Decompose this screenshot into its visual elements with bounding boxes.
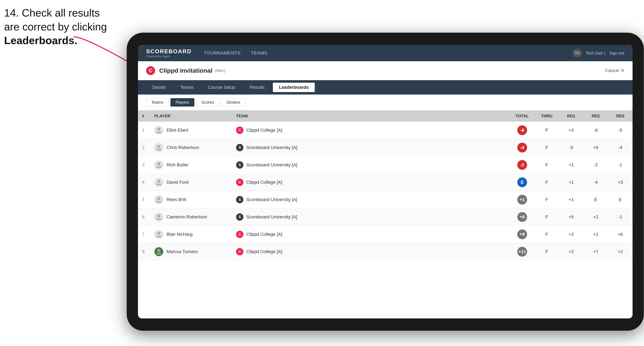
cell-thru: F	[534, 122, 559, 139]
tablet-screen: SCOREBOARD Powered by clippd TOURNAMENTS…	[138, 45, 632, 319]
filter-teams-button[interactable]: Teams	[146, 98, 168, 107]
cell-thru: F	[534, 139, 559, 156]
tab-leaderboards[interactable]: Leaderboards	[273, 83, 315, 92]
cell-rd1: +3	[559, 122, 584, 139]
cell-player: Marcus Turners	[150, 243, 232, 260]
svg-point-4	[157, 180, 160, 183]
nav-signout-button[interactable]: Sign out	[610, 51, 624, 55]
team-name: Clippd College [A]	[246, 128, 282, 133]
cell-rd1: +2	[559, 243, 584, 260]
cancel-button[interactable]: Cancel ✕	[605, 68, 624, 73]
svg-point-1	[157, 128, 160, 131]
cell-thru: F	[534, 226, 559, 243]
table-row: 4David FordCClippd College [A]EF+1-4+3	[138, 174, 632, 191]
nav-teams[interactable]: TEAMS	[251, 50, 268, 56]
cell-rank: 6	[138, 208, 150, 226]
table-row: 8Marcus TurnersCClippd College [A]+11F+2…	[138, 243, 632, 260]
cell-rank: 3	[138, 156, 150, 174]
cell-rd3: +6	[608, 226, 632, 243]
nav-bar: SCOREBOARD Powered by clippd TOURNAMENTS…	[138, 45, 632, 61]
col-team: TEAM	[232, 110, 510, 122]
team-name: Clippd College [A]	[246, 249, 282, 254]
cell-team: CClippd College [A]	[232, 122, 510, 139]
cell-rd1: +1	[559, 191, 584, 208]
team-name: Clippd College [A]	[246, 180, 282, 185]
sub-header: C Clippd Invitational (Men) Cancel ✕	[138, 61, 632, 80]
leaderboard-table: # PLAYER TEAM TOTAL THRU RD1 RD2 RD3 1El…	[138, 110, 632, 319]
cell-rd2: +5	[584, 139, 608, 156]
svg-point-2	[157, 145, 160, 148]
cell-rank: 7	[138, 226, 150, 243]
cell-rank: 1	[138, 122, 150, 139]
tab-details[interactable]: Details	[146, 83, 172, 92]
cell-rank: 2	[138, 139, 150, 156]
cell-rd2: -4	[584, 174, 608, 191]
table-row: 3Rich ButlerSScoreboard University [A]-2…	[138, 156, 632, 174]
cell-rd3: -1	[608, 156, 632, 174]
cell-player: Cameron Robertson	[150, 208, 232, 226]
cell-thru: F	[534, 174, 559, 191]
col-rank: #	[138, 110, 150, 122]
logo-sub: Powered by clippd	[146, 55, 192, 58]
cell-team: SScoreboard University [A]	[232, 156, 510, 174]
tablet-device: SCOREBOARD Powered by clippd TOURNAMENTS…	[127, 33, 644, 331]
player-name: David Ford	[166, 180, 189, 185]
team-name: Scoreboard University [A]	[246, 162, 297, 168]
cell-player: David Ford	[150, 174, 232, 191]
tab-bar: Details Teams Course Setup Results Leade…	[138, 80, 632, 95]
cell-rd2: +1	[584, 226, 608, 243]
nav-links: TOURNAMENTS TEAMS	[204, 50, 573, 56]
cell-total: +6	[510, 208, 534, 226]
player-name: Rees Britt	[166, 197, 186, 202]
tab-teams[interactable]: Teams	[174, 83, 200, 92]
col-rd2: RD2	[584, 110, 608, 122]
cell-rd1: +2	[559, 226, 584, 243]
tournament-icon: C	[146, 66, 155, 75]
cell-rd3: +2	[608, 243, 632, 260]
filter-bar: Teams Players Scores Strokes	[138, 95, 632, 110]
cell-rd1: +5	[559, 208, 584, 226]
svg-point-6	[157, 214, 160, 217]
cell-team: SScoreboard University [A]	[232, 208, 510, 226]
filter-scores-button[interactable]: Scores	[196, 98, 219, 107]
tournament-title: Clippd Invitational	[159, 67, 212, 74]
svg-point-8	[157, 249, 160, 252]
logo-text: SCOREBOARD	[146, 48, 192, 55]
svg-point-7	[157, 232, 160, 235]
cell-rank: 8	[138, 243, 150, 260]
table-row: 6Cameron RobertsonSScoreboard University…	[138, 208, 632, 226]
cell-player: Elliot Ebert	[150, 122, 232, 139]
team-name: Scoreboard University [A]	[246, 214, 297, 220]
nav-tournaments[interactable]: TOURNAMENTS	[204, 50, 241, 56]
cell-total: +1	[510, 191, 534, 208]
cell-rd2: -6	[584, 122, 608, 139]
cell-team: SScoreboard University [A]	[232, 139, 510, 156]
cell-rd3: -1	[608, 208, 632, 226]
table-row: 7Blair McHargCClippd College [A]+9F+2+1+…	[138, 226, 632, 243]
cell-rd2: +7	[584, 243, 608, 260]
cell-thru: F	[534, 191, 559, 208]
cell-total: E	[510, 174, 534, 191]
col-player: PLAYER	[150, 110, 232, 122]
cell-player: Rees Britt	[150, 191, 232, 208]
player-name: Chris Robertson	[166, 145, 199, 150]
nav-right: TU Test User | Sign out	[573, 49, 624, 58]
filter-strokes-button[interactable]: Strokes	[221, 98, 246, 107]
user-avatar: TU	[573, 49, 582, 58]
cell-player: Chris Robertson	[150, 139, 232, 156]
cell-total: -2	[510, 156, 534, 174]
team-name: Clippd College [A]	[246, 232, 282, 237]
cell-rd3: +3	[608, 174, 632, 191]
cell-team: CClippd College [A]	[232, 226, 510, 243]
cell-rd1: +1	[559, 174, 584, 191]
cell-rd2: +2	[584, 208, 608, 226]
cell-rd1: +1	[559, 156, 584, 174]
team-name: Scoreboard University [A]	[246, 145, 297, 150]
cell-thru: F	[534, 156, 559, 174]
tournament-badge: (Men)	[215, 68, 226, 73]
filter-players-button[interactable]: Players	[170, 98, 194, 107]
cell-player: Blair McHarg	[150, 226, 232, 243]
tab-course-setup[interactable]: Course Setup	[202, 83, 242, 92]
table-row: 2Chris RobertsonSScoreboard University […	[138, 139, 632, 156]
tab-results[interactable]: Results	[244, 83, 271, 92]
